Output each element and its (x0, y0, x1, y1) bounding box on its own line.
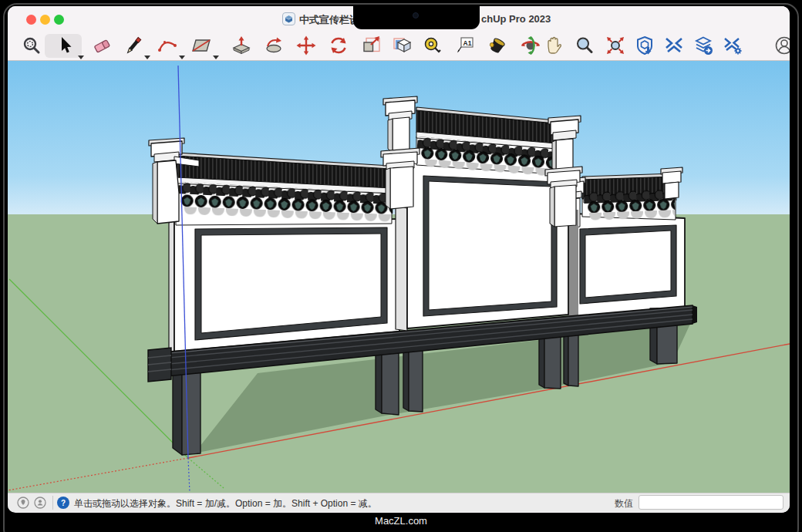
measurement-label: 数值 (615, 497, 633, 510)
close-button[interactable] (26, 15, 36, 25)
extension-chevrons-icon[interactable] (664, 35, 684, 56)
pan-icon[interactable] (544, 35, 564, 56)
orbit-icon[interactable] (521, 35, 541, 56)
statusbar-help-text: 单击或拖动以选择对象。Shift = 加/减。Option = 加。Shift … (74, 497, 377, 510)
line-flyout-caret[interactable] (144, 54, 150, 60)
sketchup-window: 中式宣传栏设 chUp Pro 2023 A1 (8, 6, 790, 513)
sketchup-app-icon (282, 12, 295, 25)
right-board (565, 167, 685, 319)
zoom-icon[interactable] (575, 35, 595, 56)
zoom-button[interactable] (54, 15, 64, 25)
text-tool-icon[interactable]: A1 (455, 35, 475, 56)
paint-box-icon[interactable] (393, 35, 413, 56)
toolbar: A1 (8, 32, 790, 61)
search-icon[interactable] (22, 35, 42, 56)
rotate-icon[interactable] (329, 35, 349, 56)
account-icon[interactable] (774, 35, 790, 56)
camera-notch (353, 5, 480, 29)
svg-text:?: ? (61, 499, 66, 507)
geolocation-icon[interactable] (17, 497, 29, 509)
shapes-flyout-caret[interactable] (213, 54, 219, 60)
push-pull-icon[interactable] (231, 35, 251, 56)
help-icon[interactable]: ? (57, 497, 69, 509)
send-to-layout-icon[interactable] (693, 35, 713, 56)
window-title-left: 中式宣传栏设 (299, 13, 359, 27)
select-icon[interactable] (56, 35, 76, 56)
statusbar-separator (52, 496, 53, 510)
arc-tool-icon[interactable] (157, 35, 177, 56)
minimize-button[interactable] (40, 15, 50, 25)
move-icon[interactable] (296, 35, 316, 56)
zoom-extents-icon[interactable] (605, 35, 625, 56)
watermark: MacZL.com (0, 515, 802, 527)
select-flyout-caret[interactable] (78, 54, 84, 60)
paint-bucket-icon[interactable] (487, 35, 507, 56)
svg-text:A1: A1 (463, 39, 472, 47)
statusbar: ? 单击或拖动以选择对象。Shift = 加/减。Option = 加。Shif… (8, 493, 790, 512)
follow-me-icon[interactable] (264, 35, 284, 56)
shapes-tool-icon[interactable] (191, 35, 211, 56)
viewport-canvas[interactable] (8, 61, 790, 493)
viewport[interactable] (8, 61, 790, 493)
window-title-right: chUp Pro 2023 (481, 13, 551, 25)
junction-shadow (568, 210, 578, 322)
line-tool-icon[interactable] (123, 35, 143, 56)
arc-flyout-caret[interactable] (179, 54, 185, 60)
tape-measure-icon[interactable] (423, 35, 443, 56)
left-board (149, 138, 399, 354)
camera-dot (413, 12, 419, 19)
scale-icon[interactable] (362, 35, 382, 56)
eraser-icon[interactable] (93, 35, 113, 56)
extension-settings-icon[interactable] (723, 35, 743, 56)
trimble-connect-icon[interactable] (635, 35, 655, 56)
credit-icon[interactable] (34, 497, 46, 509)
measurement-input[interactable] (639, 495, 783, 510)
